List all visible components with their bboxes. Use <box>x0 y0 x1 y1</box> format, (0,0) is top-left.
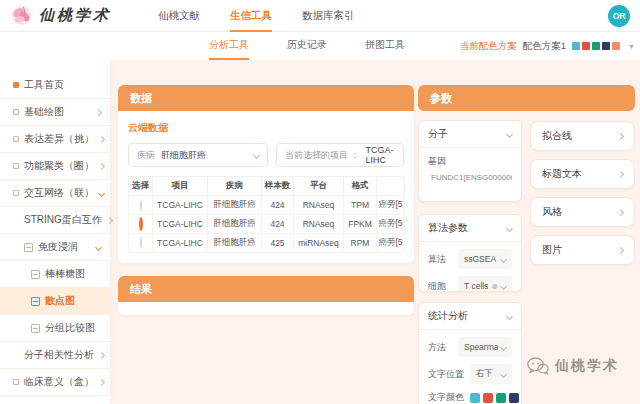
cell-extra: 癌旁[5 <box>377 196 405 215</box>
statistics-card-title: 统计分析 <box>428 309 468 323</box>
color-chip-2[interactable] <box>483 393 493 403</box>
sidebar-item-interaction-network[interactable]: 交互网络（联） <box>0 180 110 207</box>
cell-value: T cells <box>464 281 488 291</box>
scheme-swatch-5 <box>612 42 620 50</box>
cell-project: TCGA-LIHC <box>153 215 208 234</box>
cell-format: TPM <box>344 196 377 215</box>
molecule-card-body: 基因 FUNDC1[ENSG000000695 <box>419 147 521 191</box>
tab-analysis-tools[interactable]: 分析工具 <box>209 32 249 60</box>
current-scheme-label: 当前配色方案 <box>460 40 517 53</box>
text-color-swatches <box>470 393 522 403</box>
nav-item-bioinfo-tools[interactable]: 生信工具 <box>230 0 272 32</box>
scheme-swatches[interactable] <box>572 42 620 50</box>
scheme-dropdown-caret-icon[interactable]: ▼ <box>628 43 635 50</box>
table-row[interactable]: TCGA-LIHC 肝细胞肝癌 424 RNAseq TPM 癌旁[5 <box>129 196 405 215</box>
cell-select[interactable]: T cells ⊗ <box>458 276 512 292</box>
sidebar-item-label: STRING蛋白互作 <box>24 213 102 227</box>
fit-line-label: 拟合线 <box>542 129 572 143</box>
statistics-card-header[interactable]: 统计分析 <box>419 303 521 329</box>
sidebar-item-immune-infiltration[interactable]: 免疫浸润 <box>0 234 110 261</box>
cell-platform: RNAseq <box>294 196 344 215</box>
algorithm-card-header[interactable]: 算法参数 <box>419 215 521 241</box>
tab-collage-tools[interactable]: 拼图工具 <box>365 32 405 60</box>
tool-tabs: 分析工具 历史记录 拼图工具 <box>190 32 424 60</box>
tab-history[interactable]: 历史记录 <box>287 32 327 60</box>
algorithm-select[interactable]: ssGSEA <box>458 249 512 269</box>
disease-value: 肝细胞肝癌 <box>161 149 248 162</box>
image-button[interactable]: 图片 <box>530 235 635 265</box>
sidebar-item-molecular-correlation[interactable]: 分子相关性分析 <box>0 342 110 369</box>
sidebar-item-label: 棒棒糖图 <box>45 267 85 281</box>
color-chip-1[interactable] <box>470 393 480 403</box>
sidebar-item-group-compare-plot[interactable]: 分组比较图 <box>0 315 110 342</box>
style-button[interactable]: 风格 <box>530 197 635 227</box>
algorithm-card-title: 算法参数 <box>428 221 468 235</box>
gene-value[interactable]: FUNDC1[ENSG000000695 <box>428 173 512 182</box>
image-label: 图片 <box>542 243 562 257</box>
title-text-button[interactable]: 标题文本 <box>530 159 635 189</box>
row-radio[interactable] <box>140 237 142 249</box>
text-color-label: 文字颜色 <box>428 391 464 404</box>
row-radio-selected[interactable] <box>139 217 143 231</box>
table-row[interactable]: TCGA-LIHC 肝细胞肝癌 424 RNAseq FPKM 癌旁[5 <box>129 215 405 234</box>
row-radio[interactable] <box>140 199 142 211</box>
color-chip-4[interactable] <box>509 393 519 403</box>
method-select[interactable]: Spearman <box>458 337 512 357</box>
nav-item-database-index[interactable]: 数据库索引 <box>302 0 355 32</box>
sidebar-item-scatter-plot[interactable]: 散点图 <box>0 288 110 315</box>
sidebar-item-label: 分子相关性分析 <box>24 348 94 362</box>
sidebar-item-label: 散点图 <box>45 294 75 308</box>
chevron-down-icon <box>253 151 260 158</box>
cell-platform: RNAseq <box>294 215 344 234</box>
scheme-swatch-2 <box>582 42 590 50</box>
result-panel-header: 结果 <box>118 276 414 302</box>
cell-disease: 肝细胞肝癌 <box>208 215 262 234</box>
dataset-table: 选择 项目 疾病 样本数 平台 格式 TCGA-LIHC 肝细胞肝癌 424 <box>128 176 405 253</box>
sidebar-item-lollipop-plot[interactable]: 棒棒糖图 <box>0 261 110 288</box>
nav-item-literature[interactable]: 仙桃文献 <box>158 0 200 32</box>
col-header-format: 格式 <box>344 177 377 196</box>
disease-label: 疾病 <box>137 149 155 162</box>
sidebar-item-functional-cluster[interactable]: 功能聚类（圈） <box>0 153 110 180</box>
chevron-down-icon <box>506 130 513 137</box>
disease-select[interactable]: 疾病 肝细胞肝癌 <box>128 143 268 167</box>
cell-format: RPM <box>344 234 377 253</box>
menu-icon <box>13 82 19 88</box>
wechat-watermark: 仙桃学术 <box>527 357 619 375</box>
cell-label: 细胞 <box>428 280 452 293</box>
scheme-name[interactable]: 配色方案1 <box>523 40 566 53</box>
color-chip-3[interactable] <box>496 393 506 403</box>
cell-samples: 424 <box>262 215 294 234</box>
sidebar-item-clinical-significance[interactable]: 临床意义（盒） <box>0 369 110 396</box>
menu-icon <box>13 163 19 169</box>
molecule-card: 分子 基因 FUNDC1[ENSG000000695 <box>418 120 522 202</box>
cell-format: FPKM <box>344 215 377 234</box>
sidebar-item-string-ppi[interactable]: STRING蛋白互作 <box>0 207 110 234</box>
chevron-down-icon <box>506 224 513 231</box>
project-value: TCGA-LIHC <box>366 145 395 165</box>
fit-line-button[interactable]: 拟合线 <box>530 121 635 151</box>
cloud-data-tab[interactable]: 云端数据 <box>128 121 168 135</box>
text-position-value: 右下 <box>476 368 498 380</box>
chevron-down-icon <box>506 312 513 319</box>
cell-disease: 肝细胞肝癌 <box>208 234 262 253</box>
sidebar-item-tool-home[interactable]: 工具首页 <box>0 72 110 99</box>
sidebar-item-label: 表达差异（挑） <box>24 132 94 146</box>
col-header-disease: 疾病 <box>208 177 262 196</box>
tree-node-icon <box>31 297 40 306</box>
molecule-card-title: 分子 <box>428 127 448 141</box>
chevron-right-icon <box>95 108 102 115</box>
text-position-select[interactable]: 右下 <box>470 364 512 384</box>
brand-logo[interactable]: 仙桃学术 <box>10 4 111 27</box>
chevron-right-icon <box>98 378 105 385</box>
method-value: Spearman <box>464 342 498 352</box>
remove-tag-icon[interactable]: ⊗ <box>491 282 498 291</box>
cell-samples: 425 <box>262 234 294 253</box>
table-row[interactable]: TCGA-LIHC 肝细胞肝癌 425 miRNAseq RPM 癌旁[5 <box>129 234 405 253</box>
cell-project: TCGA-LIHC <box>153 196 208 215</box>
molecule-card-header[interactable]: 分子 <box>419 121 521 147</box>
user-avatar[interactable]: OR <box>608 5 630 27</box>
sidebar-item-basic-plot[interactable]: 基础绘图 <box>0 99 110 126</box>
watermark-text: 仙桃学术 <box>555 357 619 375</box>
sidebar-item-expression-diff[interactable]: 表达差异（挑） <box>0 126 110 153</box>
